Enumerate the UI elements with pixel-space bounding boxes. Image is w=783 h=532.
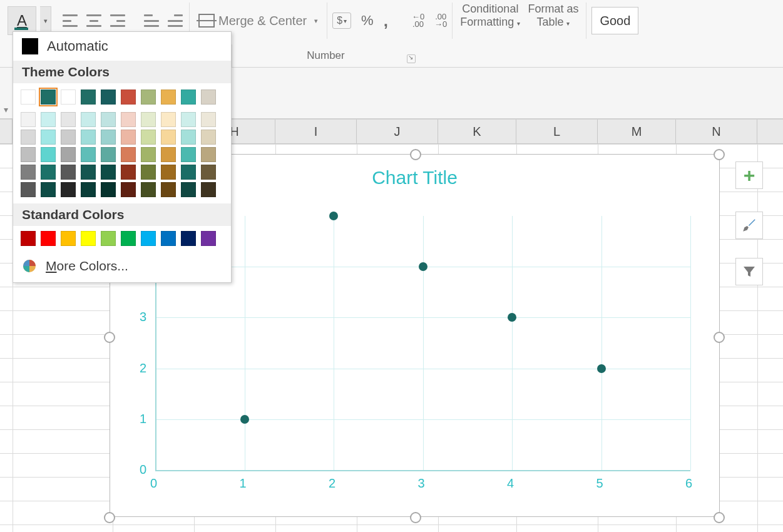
chart-handle-tr[interactable] <box>714 149 725 160</box>
align-center[interactable] <box>85 12 103 29</box>
standard-swatch[interactable] <box>21 231 36 246</box>
theme-shade-swatch[interactable] <box>101 112 116 127</box>
plot-area[interactable]: 012340123456 <box>155 216 690 470</box>
theme-swatch[interactable] <box>141 90 156 105</box>
chart-handle-top[interactable] <box>410 149 421 160</box>
theme-shade-swatch[interactable] <box>121 147 136 162</box>
standard-swatch[interactable] <box>141 231 156 246</box>
data-point[interactable] <box>329 212 338 220</box>
theme-shade-swatch[interactable] <box>81 112 96 127</box>
theme-shade-swatch[interactable] <box>61 112 76 127</box>
chart-handle-right[interactable] <box>714 332 725 343</box>
data-point[interactable] <box>419 262 427 271</box>
theme-shade-swatch[interactable] <box>41 112 56 127</box>
align-left[interactable] <box>61 12 79 29</box>
theme-swatch[interactable] <box>21 90 36 105</box>
namebox-dropdown-icon[interactable]: ▾ <box>4 105 8 115</box>
theme-shade-swatch[interactable] <box>81 182 96 197</box>
theme-shade-swatch[interactable] <box>101 147 116 162</box>
standard-swatch[interactable] <box>201 231 216 246</box>
theme-shade-swatch[interactable] <box>21 165 36 180</box>
theme-shade-swatch[interactable] <box>21 112 36 127</box>
theme-shade-swatch[interactable] <box>141 147 156 162</box>
theme-shade-swatch[interactable] <box>101 165 116 180</box>
chart-handle-left[interactable] <box>104 332 115 343</box>
theme-shade-swatch[interactable] <box>121 182 136 197</box>
theme-swatch[interactable] <box>201 90 216 105</box>
theme-shade-swatch[interactable] <box>41 182 56 197</box>
standard-swatch[interactable] <box>101 231 116 246</box>
column-header-L[interactable]: L <box>516 120 598 143</box>
column-header-M[interactable]: M <box>598 120 676 143</box>
theme-shade-swatch[interactable] <box>141 182 156 197</box>
theme-shade-swatch[interactable] <box>161 182 176 197</box>
data-point[interactable] <box>240 415 249 424</box>
comma-format[interactable]: , <box>384 11 388 31</box>
theme-shade-swatch[interactable] <box>41 130 56 145</box>
theme-shade-swatch[interactable] <box>201 112 216 127</box>
theme-shade-swatch[interactable] <box>181 182 196 197</box>
data-point[interactable] <box>508 313 516 322</box>
theme-shade-swatch[interactable] <box>161 130 176 145</box>
standard-swatch[interactable] <box>61 231 76 246</box>
theme-swatch[interactable] <box>101 90 116 105</box>
chart-handle-br[interactable] <box>714 512 725 523</box>
theme-shade-swatch[interactable] <box>121 165 136 180</box>
theme-swatch[interactable] <box>81 90 96 105</box>
theme-shade-swatch[interactable] <box>61 182 76 197</box>
theme-swatch[interactable] <box>61 90 76 105</box>
chart-filter-button[interactable] <box>735 258 763 285</box>
theme-shade-swatch[interactable] <box>161 147 176 162</box>
theme-shade-swatch[interactable] <box>61 130 76 145</box>
theme-shade-swatch[interactable] <box>201 165 216 180</box>
theme-shade-swatch[interactable] <box>81 165 96 180</box>
standard-swatch[interactable] <box>161 231 176 246</box>
theme-swatch[interactable] <box>41 90 56 105</box>
align-right[interactable] <box>109 12 126 29</box>
standard-swatch[interactable] <box>121 231 136 246</box>
chart-handle-bl[interactable] <box>104 512 115 523</box>
theme-shade-swatch[interactable] <box>61 147 76 162</box>
theme-swatch[interactable] <box>161 90 176 105</box>
theme-shade-swatch[interactable] <box>181 147 196 162</box>
theme-shade-swatch[interactable] <box>161 112 176 127</box>
theme-shade-swatch[interactable] <box>181 165 196 180</box>
theme-swatch[interactable] <box>181 90 196 105</box>
theme-shade-swatch[interactable] <box>201 130 216 145</box>
chart-styles-button[interactable] <box>735 212 763 239</box>
theme-shade-swatch[interactable] <box>101 130 116 145</box>
decrease-decimal[interactable]: .00 →0 <box>434 13 447 28</box>
percent-format[interactable]: % <box>361 13 374 29</box>
theme-shade-swatch[interactable] <box>41 165 56 180</box>
theme-shade-swatch[interactable] <box>181 130 196 145</box>
theme-shade-swatch[interactable] <box>201 182 216 197</box>
accounting-format[interactable]: $▾ <box>332 13 351 29</box>
theme-shade-swatch[interactable] <box>141 165 156 180</box>
theme-shade-swatch[interactable] <box>81 130 96 145</box>
theme-shade-swatch[interactable] <box>121 112 136 127</box>
standard-swatch[interactable] <box>81 231 96 246</box>
theme-shade-swatch[interactable] <box>21 130 36 145</box>
format-as-table[interactable]: Format as Table ▾ <box>525 3 581 39</box>
chart-add-element-button[interactable]: + <box>735 161 763 189</box>
number-launcher-icon[interactable] <box>407 54 416 63</box>
automatic-color[interactable]: Automatic <box>13 32 231 61</box>
theme-shade-swatch[interactable] <box>141 130 156 145</box>
more-colors[interactable]: MMore Colors...ore Colors... <box>13 252 231 282</box>
cell-style-good[interactable]: Good <box>591 7 638 34</box>
theme-shade-swatch[interactable] <box>61 165 76 180</box>
theme-shade-swatch[interactable] <box>21 182 36 197</box>
increase-decimal[interactable]: ←0 .00 <box>412 13 424 28</box>
theme-shade-swatch[interactable] <box>161 165 176 180</box>
theme-shade-swatch[interactable] <box>101 182 116 197</box>
column-header-N[interactable]: N <box>676 120 757 143</box>
theme-shade-swatch[interactable] <box>41 147 56 162</box>
chart-handle-bottom[interactable] <box>410 512 421 523</box>
increase-indent[interactable] <box>166 12 184 29</box>
theme-shade-swatch[interactable] <box>21 147 36 162</box>
standard-swatch[interactable] <box>41 231 56 246</box>
theme-shade-swatch[interactable] <box>201 147 216 162</box>
decrease-indent[interactable] <box>143 12 160 29</box>
theme-shade-swatch[interactable] <box>141 112 156 127</box>
theme-shade-swatch[interactable] <box>81 147 96 162</box>
